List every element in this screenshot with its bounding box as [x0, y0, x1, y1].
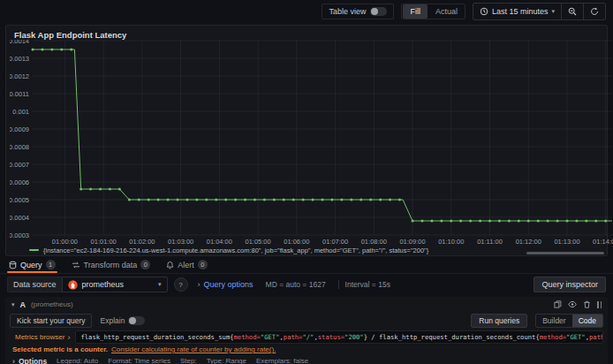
query-row-actions	[554, 300, 602, 308]
prometheus-icon	[68, 280, 78, 290]
trash-icon[interactable]	[583, 300, 591, 308]
latency-panel: Flask App Endpoint Latency 0.00140.00130…	[5, 25, 608, 256]
svg-text:0.0008: 0.0008	[10, 143, 29, 151]
metrics-browser-toggle[interactable]: Metrics browser ›	[10, 330, 75, 344]
actual-button[interactable]: Actual	[428, 4, 465, 19]
eye-icon[interactable]	[568, 300, 577, 308]
tab-alert-count: 0	[198, 260, 208, 269]
option-legend: Legend: Auto	[57, 357, 98, 364]
top-toolbar: Table view Fill Actual Last 15 minutes ▾	[0, 0, 613, 23]
query-options-label: Query options	[204, 280, 254, 289]
latency-chart[interactable]: 0.00140.00130.00120.00110.0010.00090.000…	[10, 40, 613, 246]
time-range-picker[interactable]: Last 15 minutes ▾	[473, 4, 561, 19]
promql-editor[interactable]: flask_http_request_duration_seconds_sum{…	[75, 330, 603, 344]
svg-text:0.0012: 0.0012	[10, 72, 29, 80]
table-view-label: Table view	[329, 7, 366, 16]
tab-alert[interactable]: Alert 0	[166, 256, 208, 273]
svg-text:0.0005: 0.0005	[10, 196, 29, 204]
legend-scrollbar[interactable]	[526, 252, 604, 254]
max-data-points-summary: MD = auto = 1627	[260, 280, 332, 289]
toggle-knob	[129, 317, 136, 324]
option-type: Type: Range	[207, 357, 246, 364]
time-controls: Last 15 minutes ▾	[473, 3, 606, 20]
svg-text:0.0004: 0.0004	[10, 214, 29, 222]
drag-handle[interactable]	[597, 301, 602, 308]
svg-text:0.0003: 0.0003	[10, 231, 29, 239]
svg-text:0.0006: 0.0006	[10, 178, 29, 186]
chevron-down-icon: ▾	[551, 8, 555, 15]
query-datasource-hint: (prometheus)	[31, 300, 73, 308]
magnifier-minus-icon	[568, 7, 577, 16]
datasource-label: Data source	[7, 277, 62, 292]
editor-mode-switch: Builder Code	[535, 314, 603, 328]
warning-text: Selected metric is a counter.	[12, 345, 108, 353]
datasource-picker[interactable]: prometheus ▾	[62, 277, 168, 292]
code-mode-button[interactable]: Code	[572, 315, 602, 327]
tab-query[interactable]: Query 1	[9, 256, 56, 273]
run-queries-button[interactable]: Run queries	[471, 314, 527, 328]
chevron-right-icon: ›	[198, 280, 201, 289]
legend-series-label[interactable]: {instance="ec2-184-169-216-224.us-west-1…	[43, 246, 428, 254]
query-ref-id: A	[20, 300, 26, 309]
table-view-group: Table view	[322, 4, 394, 19]
bell-icon	[166, 261, 174, 269]
svg-text:01:10:00: 01:10:00	[438, 238, 464, 246]
chevron-right-icon: ›	[67, 333, 70, 342]
svg-text:01:14:00: 01:14:00	[593, 238, 613, 246]
svg-text:01:13:00: 01:13:00	[554, 238, 579, 246]
fill-button[interactable]: Fill	[403, 4, 428, 19]
svg-text:01:11:00: 01:11:00	[477, 238, 503, 246]
time-range-label: Last 15 minutes	[492, 7, 549, 16]
query-code-row: Metrics browser › flask_http_request_dur…	[10, 330, 603, 344]
tab-transform-data[interactable]: Transform data 0	[72, 256, 151, 273]
refresh-icon	[590, 7, 599, 16]
datasource-help-button[interactable]: ?	[174, 277, 188, 292]
refresh-button[interactable]	[583, 4, 605, 19]
options-label: Options	[19, 357, 47, 364]
kick-start-button[interactable]: Kick start your query	[10, 314, 92, 328]
tab-transform-label: Transform data	[84, 261, 138, 269]
svg-text:01:12:00: 01:12:00	[516, 238, 541, 246]
query-options-toggle[interactable]: › Query options	[198, 280, 254, 289]
transform-arrows-icon	[72, 261, 80, 269]
option-exemplars: Exemplars: false	[256, 357, 308, 364]
chevron-right-icon: ›	[12, 357, 15, 364]
tab-alert-label: Alert	[178, 261, 194, 269]
fill-actual-group: Fill Actual	[401, 4, 465, 19]
query-inspector-button[interactable]: Query inspector	[534, 277, 606, 292]
option-step: Step:	[180, 357, 197, 364]
svg-text:0.0014: 0.0014	[10, 40, 29, 45]
options-toggle[interactable]: › Options	[12, 357, 47, 364]
chart-legend: {instance="ec2-184-169-216-224.us-west-1…	[29, 245, 428, 255]
zoom-out-button[interactable]	[561, 4, 583, 19]
chevron-down-icon: ▾	[158, 281, 162, 288]
builder-mode-button[interactable]: Builder	[536, 315, 571, 327]
datasource-row: Data source prometheus ▾ ? › Query optio…	[0, 274, 613, 295]
explain-label: Explain	[100, 316, 125, 325]
table-view-toggle[interactable]	[370, 7, 387, 16]
interval-summary: Interval = 15s	[338, 280, 397, 289]
query-options-summary-row: › Options Legend: Auto Format: Time seri…	[10, 355, 603, 364]
collapse-chevron-icon[interactable]: ▾	[11, 301, 15, 308]
warning-rate-link[interactable]: Consider calculating rate of counter by …	[111, 345, 276, 353]
query-code: flask_http_request_duration_seconds_sum{…	[80, 333, 603, 341]
panel-title: Flask App Endpoint Latency	[14, 30, 126, 40]
tab-query-count: 1	[46, 260, 56, 269]
copy-icon[interactable]	[554, 300, 562, 308]
explain-group: Explain	[100, 316, 145, 325]
query-actions-row: Kick start your query Explain Run querie…	[10, 313, 603, 328]
option-format: Format: Time series	[108, 357, 170, 364]
query-editor-card: ▾ A (prometheus) Kick start your query E…	[5, 297, 608, 364]
clock-icon	[480, 7, 488, 16]
svg-text:0.0011: 0.0011	[10, 90, 29, 98]
datasource-name: prometheus	[82, 280, 154, 289]
explain-toggle[interactable]	[128, 316, 145, 325]
tab-transform-count: 0	[140, 260, 150, 269]
svg-text:0.0007: 0.0007	[10, 161, 29, 169]
editor-tabs: Query 1 Transform data 0 Alert 0	[0, 256, 613, 274]
legend-swatch	[29, 249, 39, 251]
query-row-header[interactable]: ▾ A (prometheus)	[10, 299, 603, 310]
svg-text:0.001: 0.001	[12, 108, 29, 116]
database-icon	[9, 261, 17, 269]
metrics-browser-label: Metrics browser	[15, 333, 64, 341]
